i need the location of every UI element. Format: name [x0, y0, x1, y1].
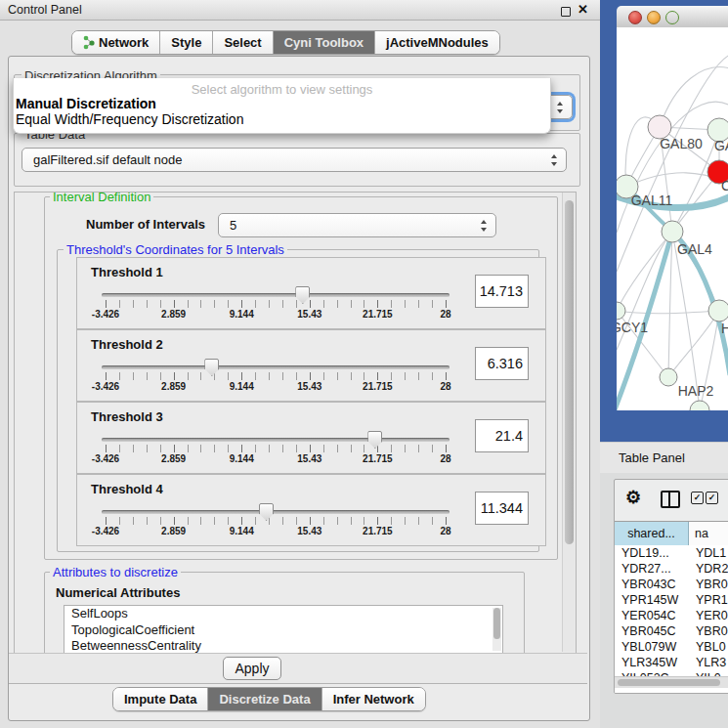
threshold-slider[interactable]: -3.4262.8599.14415.4321.71528 [102, 432, 450, 465]
checkbox-icon[interactable]: ✓ [706, 492, 718, 504]
numerical-attributes-list[interactable]: SelfLoops TopologicalCoefficient Between… [64, 605, 503, 655]
table-cell[interactable]: YDR2 [696, 562, 728, 576]
threshold-row: Threshold 2 -3.4262.8599.14415.4321.7152… [76, 329, 546, 402]
minimize-traffic-light[interactable] [647, 11, 661, 24]
slider-track[interactable] [102, 510, 450, 514]
node-label: GAL11 [631, 193, 673, 208]
network-view-canvas[interactable]: GAL80GACGAL11GAL4GCY1HHAP2 [617, 27, 728, 410]
column-header-shared-name[interactable]: shared... [615, 522, 689, 545]
list-item[interactable]: SelfLoops [64, 606, 502, 622]
slider-tick-labels: -3.4262.8599.14415.4321.71528 [102, 526, 450, 537]
tick-label: 21.715 [363, 526, 393, 536]
tick-label: 2.859 [161, 453, 186, 464]
network-node[interactable] [690, 401, 709, 410]
table-row[interactable]: YDL19...YDL1 [615, 545, 728, 561]
tab-jactivemnodules[interactable]: jActiveMNodules [375, 31, 499, 54]
table-row[interactable]: YDR27...YDR2 [615, 561, 728, 577]
table-cell[interactable]: YBR0 [696, 578, 728, 591]
table-cell[interactable]: YBR043C [621, 578, 676, 591]
table-row[interactable]: YPR145WYPR1 [615, 592, 728, 608]
network-window-titlebar[interactable] [617, 6, 728, 28]
threshold-value-field[interactable]: 14.713 [475, 275, 529, 308]
threshold-value-field[interactable]: 11.344 [475, 492, 529, 525]
popup-item-equal-width-frequency[interactable]: Equal Width/Frequency Discretization [16, 111, 243, 127]
table-row[interactable]: YBR043CYBR0 [615, 577, 728, 592]
threshold-slider[interactable]: -3.4262.8599.14415.4321.71528 [102, 360, 450, 393]
table-row[interactable]: YLR345WYLR3 [615, 655, 728, 670]
table-hscrollbar[interactable] [615, 676, 728, 688]
panel-scrollbar-thumb[interactable] [565, 200, 574, 544]
table-cell[interactable]: YBR045C [621, 624, 676, 638]
node-label: GCY1 [617, 320, 648, 335]
tick-label: 28 [440, 309, 450, 320]
table-cell[interactable]: YLR345W [621, 656, 677, 669]
list-scrollbar-thumb[interactable] [493, 608, 500, 639]
network-icon [83, 35, 95, 50]
table-cell[interactable]: YER054C [621, 609, 676, 622]
column-layout-icon[interactable] [661, 491, 680, 508]
table-cell[interactable]: YPR145W [621, 593, 678, 607]
tick-label: -3.426 [92, 309, 119, 320]
node-label: C [721, 178, 728, 193]
close-traffic-light[interactable] [628, 11, 642, 24]
threshold-value-field[interactable]: 21.4 [475, 419, 529, 452]
slider-track[interactable] [102, 438, 450, 442]
table-cell[interactable]: YER0 [696, 609, 728, 622]
table-cell[interactable]: YPR1 [696, 593, 728, 607]
tab-impute-data[interactable]: Impute Data [113, 688, 208, 710]
slider-major-ticks [106, 517, 448, 525]
tick-label: 21.715 [363, 309, 393, 320]
gear-icon[interactable]: ⚙ [625, 487, 641, 508]
threshold-value-field[interactable]: 6.316 [475, 347, 529, 380]
list-item[interactable]: TopologicalCoefficient [64, 622, 502, 639]
threshold-slider[interactable]: -3.4262.8599.14415.4321.71528 [102, 287, 450, 321]
network-node[interactable] [662, 221, 683, 242]
column-header-name[interactable]: na [689, 522, 728, 545]
table-row[interactable]: YBL079WYBL0 [615, 639, 728, 655]
table-hscrollbar-thumb[interactable] [618, 679, 720, 686]
tick-label: 21.715 [363, 381, 393, 392]
table-cell[interactable]: YBR0 [696, 624, 728, 638]
close-icon[interactable]: ✕ [578, 2, 588, 17]
zoom-traffic-light[interactable] [665, 11, 679, 24]
table-data-combobox[interactable]: galFiltered.sif default node [21, 148, 567, 172]
list-scrollbar[interactable] [492, 608, 501, 651]
tab-style[interactable]: Style [160, 31, 213, 54]
table-cell[interactable]: YDL19... [621, 546, 669, 560]
apply-button[interactable]: Apply [223, 657, 281, 680]
table-cell[interactable]: YDR27... [621, 562, 671, 576]
tick-label: 28 [440, 453, 450, 464]
checkbox-icon[interactable]: ✓ [691, 492, 704, 504]
panel-scrollbar[interactable] [562, 193, 576, 652]
table-row[interactable]: YBR045CYBR0 [615, 623, 728, 639]
node-label: H [721, 321, 728, 336]
table-header: shared... na [615, 521, 728, 546]
popup-item-manual-discretization[interactable]: Manual Discretization [16, 96, 156, 111]
slider-track[interactable] [102, 293, 450, 297]
tab-cyni-toolbox[interactable]: Cyni Toolbox [274, 31, 375, 54]
network-node[interactable] [617, 302, 625, 320]
number-of-intervals-label: Number of Intervals [86, 217, 205, 232]
tick-label: 2.859 [161, 381, 186, 392]
tab-discretize-data[interactable]: Discretize Data [208, 688, 321, 710]
table-cell[interactable]: YLR3 [696, 656, 726, 669]
table-cell[interactable]: YDL1 [696, 546, 726, 560]
number-of-intervals-combobox[interactable]: 5 [218, 213, 496, 237]
interval-definition-title: Interval Definition [50, 192, 153, 204]
slider-tick-labels: -3.4262.8599.14415.4321.71528 [102, 381, 450, 393]
float-window-icon[interactable] [561, 7, 571, 17]
tab-select[interactable]: Select [213, 31, 273, 54]
tick-label: 28 [440, 526, 450, 536]
table-cell[interactable]: YBL079W [621, 640, 676, 654]
network-node[interactable] [660, 368, 677, 386]
slider-track[interactable] [102, 365, 450, 369]
threshold-slider[interactable]: -3.4262.8599.14415.4321.71528 [102, 504, 450, 537]
network-node[interactable] [708, 300, 728, 321]
node-label: GAL4 [677, 241, 712, 257]
settings-scroll-viewport: Interval Definition Number of Intervals … [14, 192, 577, 655]
tick-label: 15.43 [297, 526, 321, 536]
table-row[interactable]: YER054CYER0 [615, 608, 728, 623]
table-cell[interactable]: YBL0 [696, 640, 726, 654]
tab-network[interactable]: Network [72, 31, 160, 54]
tab-infer-network[interactable]: Infer Network [322, 688, 425, 710]
